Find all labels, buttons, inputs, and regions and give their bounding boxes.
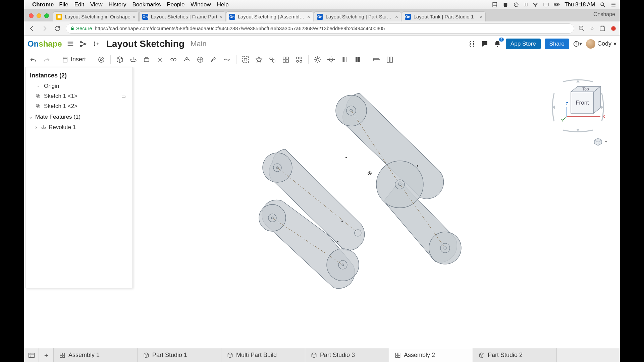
- mac-menu-people[interactable]: People: [167, 1, 184, 8]
- mac-menu-bookmarks[interactable]: Bookmarks: [132, 1, 161, 8]
- help-icon[interactable]: ?▾: [573, 40, 582, 48]
- tool-cylindrical-icon[interactable]: [195, 54, 206, 65]
- doc-tab-partstudio[interactable]: Multi Part Build: [221, 348, 305, 362]
- tool-exploded-icon[interactable]: [384, 54, 395, 65]
- chevron-down-icon[interactable]: ⌄: [29, 113, 33, 120]
- browser-tab-active[interactable]: On Layout Sketching | Assembly 2 ×: [226, 11, 313, 21]
- add-tab-button[interactable]: ＋: [39, 348, 54, 362]
- tool-fastened-icon[interactable]: [141, 54, 152, 65]
- tool-relation-icon[interactable]: [267, 54, 278, 65]
- tool-planar-icon[interactable]: [181, 54, 193, 65]
- comments-icon[interactable]: [480, 40, 489, 48]
- tab-close-icon[interactable]: ×: [132, 14, 136, 19]
- tree-item-sketch[interactable]: Sketch 1 <1> ▭: [26, 91, 132, 101]
- tab-close-icon[interactable]: ×: [219, 14, 222, 19]
- tree-icon[interactable]: [79, 40, 88, 48]
- tool-tangent-icon[interactable]: [253, 54, 265, 65]
- onshape-logo[interactable]: Onshape: [28, 39, 62, 49]
- tab-close-icon[interactable]: ×: [307, 14, 310, 19]
- nav-forward-button[interactable]: [40, 24, 49, 33]
- chevron-right-icon[interactable]: ›: [34, 124, 39, 131]
- window-minimize-button[interactable]: [37, 13, 41, 18]
- browser-tab[interactable]: On Layout Sketching | Part Studio ×: [314, 11, 401, 21]
- tool-icon[interactable]: [96, 54, 107, 65]
- document-title[interactable]: Layout Sketching: [106, 39, 184, 49]
- window-close-button[interactable]: [29, 13, 34, 18]
- doc-tab-assembly[interactable]: Assembly 1: [54, 348, 138, 362]
- browser-tab[interactable]: ▦ Layout Sketching in Onshape ×: [53, 11, 139, 21]
- address-bar[interactable]: Secure https://cad.onshape.com/documents…: [66, 23, 574, 34]
- doc-tab-partstudio[interactable]: Part Studio 1: [138, 348, 221, 362]
- tool-section-icon[interactable]: [371, 54, 382, 65]
- tree-item-sketch[interactable]: Sketch 1 <2>: [26, 101, 132, 111]
- doc-tab-partstudio[interactable]: Part Studio 2: [473, 348, 557, 362]
- user-menu[interactable]: Cody▾: [586, 39, 616, 49]
- mac-menu-edit[interactable]: Edit: [74, 1, 84, 8]
- isometric-view-button[interactable]: ▾: [593, 137, 603, 146]
- extension-icon-2[interactable]: [610, 25, 616, 32]
- tool-revolute-icon[interactable]: [154, 54, 166, 65]
- status-icon-1[interactable]: [492, 2, 498, 8]
- status-display-icon[interactable]: [543, 2, 549, 8]
- status-wifi-icon[interactable]: [532, 2, 538, 8]
- tool-slider-icon[interactable]: [168, 54, 179, 65]
- add-feature-icon[interactable]: [92, 40, 100, 48]
- browser-tab[interactable]: On Layout Sketches | Frame Part ×: [139, 11, 225, 21]
- zoom-icon[interactable]: [578, 25, 585, 32]
- tool-mate-icon[interactable]: [127, 54, 139, 65]
- redo-button[interactable]: [41, 54, 52, 65]
- tool-group-icon[interactable]: [240, 54, 251, 65]
- document-branch[interactable]: Main: [191, 40, 207, 48]
- document-tabs: ＋ Assembly 1 Part Studio 1 Multi Part Bu…: [24, 348, 620, 362]
- tool-replicate-icon[interactable]: [293, 54, 305, 65]
- view-cube[interactable]: Front Top Z Y X: [549, 77, 606, 134]
- mac-menu-file[interactable]: File: [59, 1, 68, 8]
- tab-close-icon[interactable]: ×: [480, 14, 483, 19]
- featurescript-icon[interactable]: [468, 40, 476, 48]
- mate-features-group[interactable]: ⌄ Mate Features (1): [26, 111, 132, 122]
- viewcube-top-label[interactable]: Top: [582, 87, 589, 92]
- tool-ball-icon[interactable]: [221, 54, 233, 65]
- nav-reload-button[interactable]: [53, 24, 62, 33]
- status-clock[interactable]: Thu 8:18 AM: [565, 2, 595, 8]
- hamburger-icon[interactable]: [66, 40, 75, 48]
- tool-gear-large-icon[interactable]: [325, 54, 337, 65]
- mac-menu-window[interactable]: Window: [191, 1, 211, 8]
- tab-manager-button[interactable]: [24, 348, 39, 362]
- bookmark-star-icon[interactable]: ☆: [590, 25, 594, 32]
- undo-button[interactable]: [28, 54, 39, 65]
- tool-cube-icon[interactable]: [114, 54, 125, 65]
- doc-tab-assembly-active[interactable]: Assembly 2: [389, 348, 473, 362]
- status-bluetooth-icon[interactable]: ᛒ⃰: [524, 2, 528, 8]
- insert-button[interactable]: Insert: [59, 56, 89, 63]
- share-button[interactable]: Share: [545, 39, 569, 49]
- mac-menu-history[interactable]: History: [108, 1, 126, 8]
- tool-standard-content-icon[interactable]: [352, 54, 364, 65]
- tree-item-mate[interactable]: › Revolute 1: [26, 122, 132, 132]
- status-battery-icon[interactable]: [554, 2, 560, 8]
- mac-app-name[interactable]: Chrome: [32, 1, 54, 8]
- tree-item-origin[interactable]: Origin: [26, 81, 132, 91]
- mac-menu-view[interactable]: View: [90, 1, 103, 8]
- menu-list-icon[interactable]: [610, 2, 616, 8]
- tool-pin-icon[interactable]: [208, 54, 219, 65]
- visibility-toggle-icon[interactable]: ▭: [121, 94, 126, 99]
- viewcube-front-label[interactable]: Front: [576, 100, 589, 106]
- status-icon-sync[interactable]: [513, 2, 519, 8]
- extension-icon-1[interactable]: [599, 25, 606, 32]
- tool-gear-small-icon[interactable]: [312, 54, 323, 65]
- notifications-icon[interactable]: 4: [493, 40, 502, 48]
- window-zoom-button[interactable]: [44, 13, 49, 18]
- mac-menu-help[interactable]: Help: [217, 1, 229, 8]
- svg-rect-55: [243, 57, 249, 63]
- doc-tab-partstudio[interactable]: Part Studio 3: [305, 348, 389, 362]
- browser-tab[interactable]: On Layout Tank | Part Studio 1 ×: [402, 11, 486, 21]
- svg-rect-62: [283, 60, 285, 62]
- appstore-button[interactable]: App Store: [506, 39, 541, 49]
- spotlight-icon[interactable]: [600, 2, 606, 8]
- tool-snap-icon[interactable]: [280, 54, 291, 65]
- tool-linear-pattern-icon[interactable]: [339, 54, 350, 65]
- status-icon-2[interactable]: [502, 2, 508, 8]
- tab-close-icon[interactable]: ×: [395, 14, 398, 19]
- nav-back-button[interactable]: [28, 24, 36, 33]
